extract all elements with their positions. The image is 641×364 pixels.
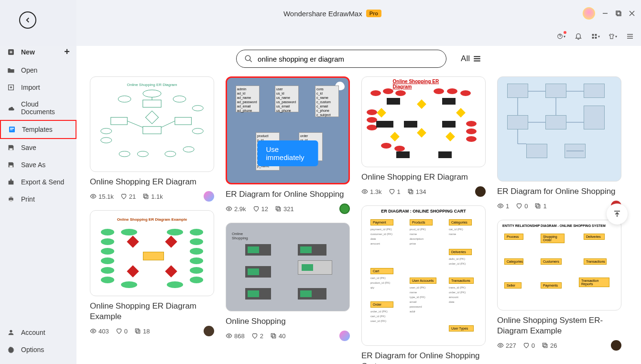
template-card[interactable]: adminad_idad_namead_passwordad_emailad_p…	[226, 76, 350, 214]
nav-label: Import	[21, 84, 40, 91]
svg-rect-13	[617, 12, 621, 16]
bell-icon[interactable]	[574, 32, 583, 41]
likes: 0	[523, 342, 535, 349]
maximize-button[interactable]	[615, 10, 622, 17]
nav-open[interactable]: Open	[0, 62, 76, 79]
likes: 12	[253, 205, 268, 213]
svg-point-51	[500, 205, 501, 207]
use-immediately-button[interactable]: Use immediately	[258, 140, 318, 166]
menu-lines-icon	[473, 55, 481, 63]
svg-point-34	[165, 151, 176, 157]
svg-rect-50	[408, 189, 412, 193]
template-card[interactable]: ER Diagram for Online Shopping 1 0 1 m	[497, 76, 621, 211]
svg-point-48	[364, 191, 366, 193]
svg-rect-35	[145, 111, 158, 124]
template-card[interactable]: OnlineShopping Online Shopping 868 2 40	[226, 223, 350, 341]
svg-rect-17	[592, 37, 594, 39]
user-avatar[interactable]	[583, 7, 595, 20]
svg-rect-26	[143, 127, 161, 134]
views: 1	[497, 203, 509, 210]
author-avatar[interactable]	[475, 186, 486, 197]
nav-cloud[interactable]: Cloud Documents	[0, 96, 76, 120]
likes: 0	[116, 328, 128, 335]
svg-rect-40	[137, 330, 140, 333]
help-icon[interactable]: ▾	[557, 32, 565, 41]
saveas-icon	[7, 161, 15, 169]
nav-import[interactable]: Import	[0, 79, 76, 96]
views: 15.1k	[90, 193, 114, 200]
close-button[interactable]	[629, 10, 635, 17]
copies: 18	[134, 328, 150, 335]
card-title: Online Shopping ER Diagram	[90, 177, 214, 187]
nav-templates[interactable]: Templates	[0, 120, 76, 139]
back-button[interactable]	[19, 11, 36, 29]
shirt-icon[interactable]: ▾	[608, 32, 617, 41]
author-avatar[interactable]	[204, 326, 214, 336]
template-card[interactable]: Online Shopping ER Diagram	[90, 76, 214, 202]
svg-rect-52	[537, 205, 540, 208]
nav-label: Export & Send	[21, 178, 64, 186]
author-avatar[interactable]	[611, 340, 621, 351]
copies: 40	[270, 332, 285, 340]
svg-point-31	[192, 106, 203, 111]
card-title: Online Shopping	[226, 316, 350, 327]
nav-export[interactable]: Export & Send	[0, 173, 76, 191]
author-avatar[interactable]	[339, 331, 350, 341]
svg-rect-3	[10, 129, 12, 130]
nav-account[interactable]: Account	[0, 324, 76, 341]
nav-new[interactable]: New +	[0, 42, 76, 62]
menu-icon[interactable]	[626, 32, 634, 41]
pro-badge: Pro	[366, 10, 381, 17]
author-avatar[interactable]	[204, 191, 214, 202]
folder-icon	[7, 66, 15, 75]
app-title: Wondershare EdrawMax Pro	[283, 10, 381, 18]
card-title: Online Shopping System ER-Diagram Exampl…	[497, 315, 621, 336]
filter-dropdown[interactable]: All	[461, 54, 481, 64]
svg-rect-41	[135, 329, 139, 332]
svg-point-10	[10, 330, 12, 332]
svg-point-42	[228, 208, 230, 210]
svg-point-27	[101, 128, 112, 134]
template-card[interactable]: ENTITY RELATIONSHIP DIAGRAM - ONLINE SHO…	[497, 220, 621, 351]
svg-point-20	[143, 90, 161, 97]
svg-point-23	[173, 96, 186, 102]
svg-point-30	[137, 151, 148, 157]
nav-saveas[interactable]: Save As	[0, 156, 76, 173]
nav-label: Options	[21, 346, 44, 353]
svg-rect-38	[144, 194, 147, 197]
nav-options[interactable]: Options	[0, 341, 76, 358]
search-box[interactable]	[236, 50, 446, 68]
template-card[interactable]: ER DIAGRAM : ONLINE SHOPPING CART Paymen…	[361, 205, 486, 364]
copies: 134	[407, 188, 426, 195]
template-grid: Online Shopping ER Diagram	[90, 76, 628, 364]
svg-rect-21	[143, 100, 161, 107]
minimize-button[interactable]	[602, 10, 608, 17]
nav-print[interactable]: Print	[0, 191, 76, 208]
svg-rect-2	[10, 128, 14, 129]
svg-rect-5	[10, 165, 13, 167]
likes: 21	[120, 193, 136, 200]
views: 868	[226, 332, 245, 340]
scroll-top-button[interactable]	[607, 203, 628, 225]
save-icon	[7, 143, 15, 152]
svg-rect-37	[145, 195, 148, 199]
nav-save[interactable]: Save	[0, 139, 76, 156]
sidebar: New + Open Import Cloud Documents Templa…	[0, 0, 76, 364]
template-card[interactable]: Online Shopping ER Diagram Example Onlin…	[90, 210, 214, 336]
apps-icon[interactable]: ▾	[591, 32, 600, 41]
nav-label: Print	[21, 195, 35, 203]
svg-point-29	[119, 151, 130, 157]
svg-rect-47	[271, 334, 274, 337]
import-icon	[7, 83, 15, 92]
nav-label: Save As	[21, 161, 45, 169]
nav-label: Cloud Documents	[21, 100, 70, 116]
main-content: All Online Shopping ER Diagram	[76, 46, 641, 364]
gear-icon	[7, 345, 15, 354]
template-card[interactable]: Online Shopping ER Diagram Online Shoppi…	[361, 76, 486, 197]
card-title: ER Diagram for Online Shopping	[226, 189, 350, 200]
card-title: Online Shopping ER Diagram	[361, 172, 486, 182]
svg-point-36	[92, 195, 94, 197]
svg-rect-56	[543, 343, 546, 347]
search-input[interactable]	[258, 55, 438, 63]
author-avatar[interactable]	[339, 203, 350, 214]
